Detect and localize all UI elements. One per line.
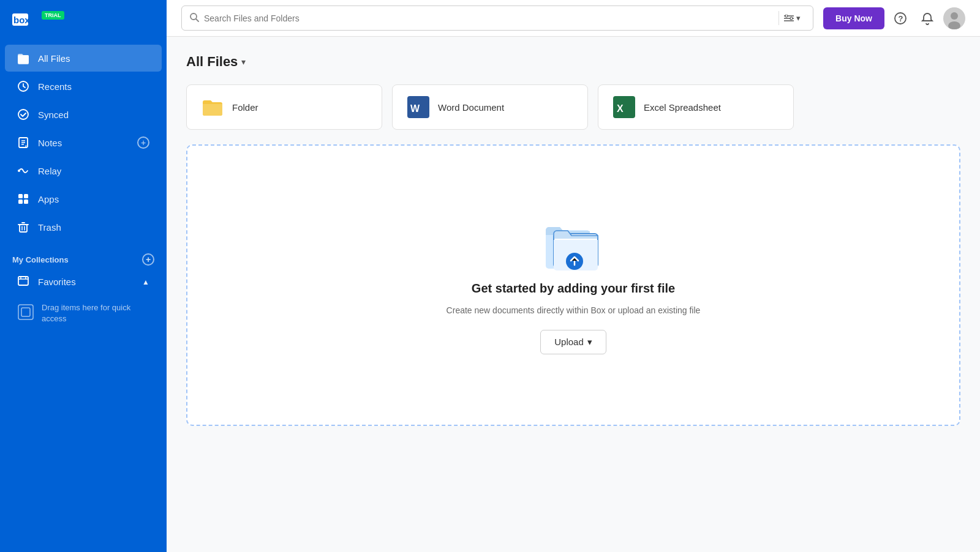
page-title-dropdown-icon[interactable]: ▾ [241, 57, 246, 67]
main-content: All Files ▾ Folder W Word Document [167, 37, 980, 552]
create-word-label: Word Document [438, 102, 504, 113]
svg-point-30 [785, 15, 788, 17]
excel-icon: X [613, 96, 635, 118]
svg-rect-23 [18, 305, 33, 319]
my-collections-add-button[interactable]: + [142, 253, 154, 266]
sidebar-item-trash[interactable]: Trash [5, 214, 162, 241]
upload-illustration [543, 217, 604, 272]
svg-text:X: X [617, 103, 624, 114]
box-logo-icon: box [12, 10, 38, 29]
sidebar-item-apps[interactable]: Apps [5, 185, 162, 212]
svg-point-9 [18, 170, 20, 172]
sidebar-item-label: Relay [38, 166, 61, 176]
buy-now-button[interactable]: Buy Now [823, 7, 884, 29]
header-actions: Buy Now ? [823, 7, 965, 29]
svg-rect-11 [24, 194, 28, 198]
main-area: ▾ Buy Now ? [167, 0, 980, 552]
sidebar-item-label: Recents [38, 81, 72, 92]
folder-icon [17, 52, 29, 64]
svg-rect-14 [20, 225, 27, 232]
svg-text:W: W [410, 103, 420, 114]
upload-button-label: Upload [554, 337, 584, 347]
sidebar-item-label: All Files [38, 53, 70, 64]
bell-icon [921, 12, 934, 25]
create-folder-card[interactable]: Folder [186, 84, 382, 130]
svg-point-35 [951, 12, 958, 20]
empty-state-subtitle: Create new documents directly within Box… [447, 305, 701, 315]
upload-chevron-icon: ▾ [587, 337, 592, 348]
create-word-card[interactable]: W Word Document [392, 84, 588, 130]
upload-button[interactable]: Upload ▾ [540, 330, 606, 354]
svg-rect-19 [18, 277, 28, 285]
notes-icon [17, 136, 29, 149]
svg-text:?: ? [899, 14, 903, 23]
notes-add-button[interactable]: + [137, 136, 149, 149]
search-filter-button[interactable]: ▾ [778, 11, 805, 25]
search-icon [189, 12, 199, 24]
trash-icon [17, 221, 29, 233]
my-collections-section: My Collections + [0, 244, 167, 268]
svg-text:box: box [13, 15, 30, 25]
sidebar-item-label: Notes [38, 138, 62, 148]
sidebar-item-recents[interactable]: Recents [5, 73, 162, 100]
sidebar-item-label: Trash [38, 222, 61, 233]
user-avatar[interactable] [943, 7, 965, 29]
sidebar-item-label: Synced [38, 110, 69, 120]
svg-point-31 [790, 17, 793, 20]
sidebar-item-favorites[interactable]: Favorites ▲ [5, 269, 162, 295]
check-circle-icon [17, 108, 29, 121]
notifications-button[interactable] [916, 7, 938, 29]
create-excel-label: Excel Spreadsheet [644, 102, 721, 113]
quick-create-row: Folder W Word Document X Excel Spreadshe… [186, 84, 960, 130]
drag-hint-icon [17, 304, 34, 321]
sidebar-navigation: All Files Recents Synced [0, 42, 167, 244]
sidebar-item-synced[interactable]: Synced [5, 101, 162, 128]
svg-rect-13 [24, 200, 28, 204]
sidebar-item-label: Apps [38, 194, 59, 204]
relay-icon [17, 165, 29, 177]
svg-rect-10 [18, 194, 23, 198]
sidebar-item-relay[interactable]: Relay [5, 157, 162, 184]
sidebar-item-all-files[interactable]: All Files [5, 45, 162, 72]
sidebar: box TRIAL All Files [0, 0, 167, 552]
trial-badge: TRIAL [42, 11, 64, 20]
create-excel-card[interactable]: X Excel Spreadsheet [598, 84, 794, 130]
create-folder-label: Folder [232, 102, 258, 113]
svg-point-4 [18, 110, 28, 119]
drag-items-hint: Drag items here for quick access [5, 296, 162, 330]
sidebar-logo: box TRIAL [0, 0, 167, 42]
empty-state-title: Get started by adding your first file [472, 282, 675, 296]
help-icon: ? [894, 12, 907, 25]
page-title-row: All Files ▾ [186, 54, 960, 70]
my-collections-label: My Collections [12, 255, 69, 264]
search-bar[interactable]: ▾ [181, 6, 813, 31]
help-button[interactable]: ? [889, 7, 911, 29]
apps-icon [17, 193, 29, 205]
clock-icon [17, 80, 29, 92]
svg-rect-12 [18, 200, 23, 204]
svg-rect-24 [21, 308, 30, 316]
favorites-icon [17, 275, 29, 289]
empty-state-drop-zone: Get started by adding your first file Cr… [186, 144, 960, 426]
drag-hint-text: Drag items here for quick access [42, 302, 149, 324]
sidebar-item-notes[interactable]: Notes + [5, 129, 162, 156]
chevron-up-icon: ▲ [142, 278, 149, 286]
avatar-icon [943, 7, 965, 29]
favorites-label: Favorites [38, 277, 76, 287]
svg-line-26 [196, 19, 198, 21]
folder-yellow-icon [202, 96, 224, 118]
box-logo: box TRIAL [12, 10, 64, 29]
page-title: All Files [186, 54, 238, 70]
filter-chevron-icon: ▾ [796, 13, 801, 23]
search-input[interactable] [204, 13, 771, 23]
word-doc-icon: W [407, 96, 429, 118]
header: ▾ Buy Now ? [167, 0, 980, 37]
